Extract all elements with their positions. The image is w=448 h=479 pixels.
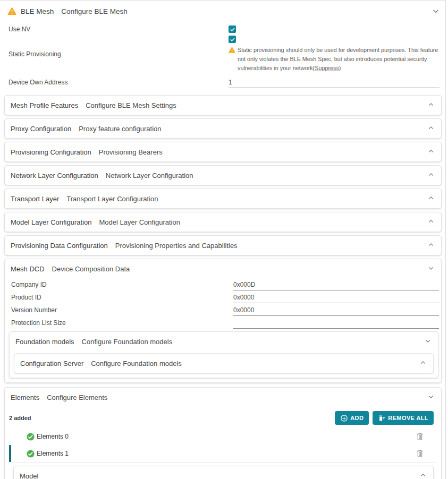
panel-subtitle: Proxy feature configuration xyxy=(79,125,161,133)
panel-configuration-server: Configuration Server Configure Foundatio… xyxy=(14,353,434,373)
panel-title: Mesh Profile Features xyxy=(11,101,78,109)
panel-title: Configuration Server xyxy=(20,360,83,367)
panel-subtitle: Provisioning Properties and Capabilities xyxy=(115,242,238,250)
panel-header[interactable]: Proxy Configuration Proxy feature config… xyxy=(5,119,441,138)
panel-subtitle: Configure BLE Mesh Settings xyxy=(86,101,176,109)
trash-icon[interactable] xyxy=(416,432,424,441)
chevron-up-icon xyxy=(419,472,428,479)
panel-header[interactable]: Network Layer Configuration Network Laye… xyxy=(5,166,441,185)
device-own-address-row: Device Own Address xyxy=(0,73,445,92)
panel-header[interactable]: Provisioning Data Configuration Provisio… xyxy=(5,236,441,255)
chevron-up-icon xyxy=(419,359,428,367)
panel-subtitle: Device Composition Data xyxy=(52,265,130,273)
foundation-models-header[interactable]: Foundation models Configure Foundation m… xyxy=(10,332,438,351)
panel-mesh-dcd: Mesh DCD Device Composition Data Company… xyxy=(4,259,442,383)
version-number-row: Version Number xyxy=(5,304,441,317)
suppress-link[interactable]: Suppress xyxy=(315,65,339,71)
panel-header[interactable]: Model Layer Configuration Model Layer Co… xyxy=(5,212,441,232)
divider xyxy=(9,463,437,463)
panel-mesh-profile-features: Mesh Profile Features Configure BLE Mesh… xyxy=(4,95,442,115)
mesh-dcd-header[interactable]: Mesh DCD Device Composition Data xyxy=(5,259,441,278)
panel-header[interactable]: Transport Layer Transport Layer Configur… xyxy=(5,189,441,208)
plus-circle-icon xyxy=(340,414,348,422)
add-button[interactable]: ADD xyxy=(335,411,369,425)
product-id-input[interactable] xyxy=(233,293,439,303)
panel-transport-layer: Transport Layer Transport Layer Configur… xyxy=(4,189,442,209)
element-label: Elements 1 xyxy=(37,450,69,457)
panel-title: Foundation models xyxy=(15,338,74,346)
check-circle-icon xyxy=(26,432,35,441)
remove-all-button[interactable]: REMOVE ALL xyxy=(373,411,434,425)
panel-title: Network Layer Configuration xyxy=(11,172,98,179)
configuration-server-header[interactable]: Configuration Server Configure Foundatio… xyxy=(14,354,433,373)
company-id-input[interactable] xyxy=(233,280,439,290)
panel-foundation-models: Foundation models Configure Foundation m… xyxy=(9,331,438,378)
panel-subtitle: Transport Layer Configuration xyxy=(66,195,158,203)
panel-subtitle: Configure Foundation models xyxy=(91,360,182,367)
warning-text-close: ) xyxy=(339,65,341,71)
chevron-up-icon xyxy=(427,194,436,203)
panel-model: Model xyxy=(13,466,434,479)
element-row-1[interactable]: Elements 1 xyxy=(5,445,441,462)
use-nv-row: Use NV xyxy=(0,23,445,36)
panel-network-layer-configuration: Network Layer Configuration Network Laye… xyxy=(4,165,442,185)
panel-header[interactable]: Mesh Profile Features Configure BLE Mesh… xyxy=(5,96,441,115)
panel-title: Elements xyxy=(11,394,39,401)
panel-subtitle: Network Layer Configuration xyxy=(106,172,193,179)
static-provisioning-warning: Static provisioning should only be used … xyxy=(229,46,439,73)
module-title: BLE Mesh xyxy=(21,7,54,15)
company-id-row: Company ID xyxy=(5,278,441,291)
check-circle-icon xyxy=(26,449,35,458)
panel-provisioning-configuration: Provisioning Configuration Provisioning … xyxy=(4,142,442,162)
element-row-0[interactable]: Elements 0 xyxy=(5,428,441,445)
model-header[interactable]: Model xyxy=(14,466,433,479)
panel-title: Model xyxy=(20,472,38,479)
add-button-label: ADD xyxy=(350,415,364,421)
panel-title: Proxy Configuration xyxy=(11,125,71,133)
version-number-input[interactable] xyxy=(233,305,439,316)
panel-model-layer-configuration: Model Layer Configuration Model Layer Co… xyxy=(4,212,442,232)
panel-subtitle: Model Layer Configuration xyxy=(99,218,180,226)
product-id-label: Product ID xyxy=(11,294,233,301)
chevron-down-icon xyxy=(427,393,436,401)
chevron-up-icon xyxy=(427,171,436,179)
chevron-up-icon xyxy=(427,218,436,226)
elements-added-count: 2 added xyxy=(9,415,31,421)
panel-proxy-configuration: Proxy Configuration Proxy feature config… xyxy=(4,118,442,139)
panel-header[interactable]: Provisioning Configuration Provisioning … xyxy=(5,142,441,161)
panel-subtitle: Provisioning Bearers xyxy=(99,148,163,156)
static-provisioning-checkbox[interactable] xyxy=(229,36,236,43)
panel-subtitle: Configure Elements xyxy=(47,394,107,401)
panel-elements: Elements Configure Elements 2 added ADD xyxy=(4,387,442,479)
chevron-up-icon xyxy=(427,124,436,133)
panel-subtitle: Configure Foundation models xyxy=(82,338,173,346)
module-subtitle: Configure BLE Mesh xyxy=(61,7,128,15)
use-nv-checkbox[interactable] xyxy=(229,25,236,33)
static-provisioning-label: Static Provisioning xyxy=(9,50,229,58)
warning-icon xyxy=(7,7,16,15)
remove-all-button-label: REMOVE ALL xyxy=(388,415,428,421)
panel-provisioning-data-configuration: Provisioning Data Configuration Provisio… xyxy=(4,235,442,255)
static-provisioning-row: Static Provisioning Static provisioning … xyxy=(0,36,445,73)
panel-title: Transport Layer xyxy=(11,195,59,203)
ble-mesh-module-card: BLE Mesh Configure BLE Mesh Use NV Stati… xyxy=(0,0,446,479)
ble-mesh-header[interactable]: BLE Mesh Configure BLE Mesh xyxy=(0,1,445,21)
elements-toolbar: 2 added ADD xyxy=(9,410,434,426)
panel-title: Provisioning Configuration xyxy=(11,148,91,156)
elements-header[interactable]: Elements Configure Elements xyxy=(5,388,441,407)
panel-title: Model Layer Configuration xyxy=(11,218,91,226)
panel-title: Provisioning Data Configuration xyxy=(11,242,108,250)
chevron-up-icon xyxy=(427,101,436,109)
chevron-up-icon xyxy=(427,241,436,250)
device-own-address-input[interactable] xyxy=(229,78,439,88)
protection-list-size-row: Protection List Size xyxy=(5,317,441,329)
trash-icon[interactable] xyxy=(416,449,424,458)
chevron-down-icon xyxy=(427,264,436,273)
use-nv-label: Use NV xyxy=(9,25,229,33)
protection-list-size-input[interactable] xyxy=(233,318,439,329)
company-id-label: Company ID xyxy=(11,281,233,288)
panel-title: Mesh DCD xyxy=(11,265,45,273)
chevron-down-icon xyxy=(424,337,433,346)
warning-icon xyxy=(229,46,235,73)
protection-list-size-label: Protection List Size xyxy=(11,319,233,327)
